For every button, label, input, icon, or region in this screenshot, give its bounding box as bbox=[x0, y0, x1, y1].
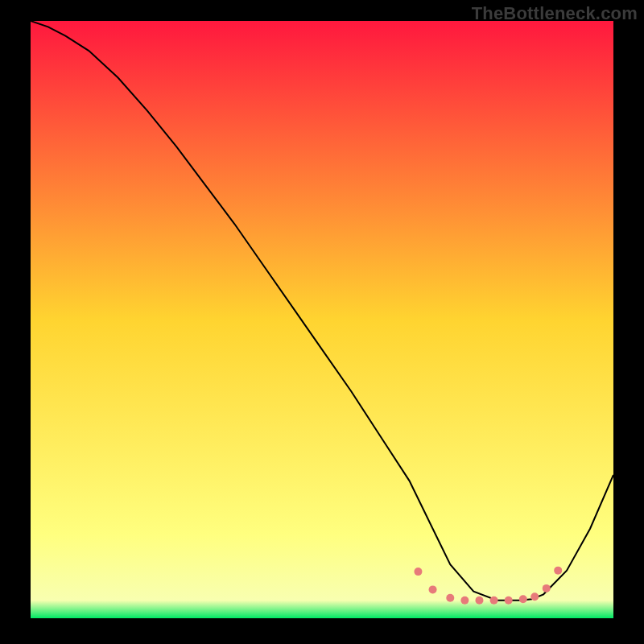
highlight-dot bbox=[554, 567, 562, 575]
highlight-dot bbox=[519, 595, 527, 603]
highlight-dot bbox=[460, 597, 469, 605]
chart-container: TheBottleneck.com bbox=[0, 0, 644, 644]
highlight-dot bbox=[446, 594, 454, 602]
highlight-dot bbox=[543, 584, 551, 592]
highlight-dot bbox=[505, 597, 513, 605]
watermark-text: TheBottleneck.com bbox=[472, 3, 638, 24]
highlight-dot bbox=[490, 597, 498, 605]
highlight-dot bbox=[475, 597, 483, 605]
highlight-dot bbox=[414, 568, 422, 576]
highlight-dot bbox=[530, 592, 539, 601]
plot-svg bbox=[31, 21, 613, 618]
highlight-dot bbox=[429, 585, 437, 593]
plot-area bbox=[31, 21, 613, 618]
gradient-background bbox=[31, 21, 613, 618]
